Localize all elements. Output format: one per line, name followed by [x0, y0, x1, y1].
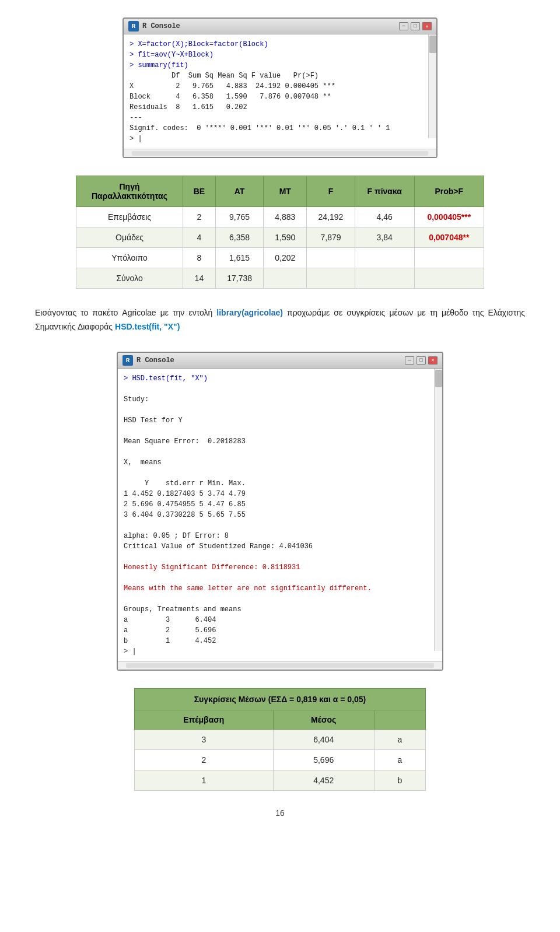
- paragraph-highlight2: HSD.test(fit, "X"): [115, 322, 180, 331]
- anova-row-3: Σύνολο1417,738: [76, 268, 484, 289]
- c2-l1: > HSD.test(fit, "X"): [124, 373, 427, 384]
- console2-content: > HSD.test(fit, "X") Study: HSD Test for…: [124, 373, 436, 657]
- comp-row-2: 14,452b: [135, 770, 426, 790]
- c2-l23: Groups, Treatments and means: [124, 604, 427, 615]
- close-btn-2[interactable]: ✕: [428, 356, 438, 365]
- anova-cell-mt-3: [264, 268, 307, 289]
- anova-cell-be-2: 8: [183, 248, 216, 268]
- console1-line-3: > summary(fit): [130, 60, 421, 71]
- anova-cell-at-1: 6,358: [215, 227, 264, 248]
- console1-body: > X=factor(X);Block=factor(Block) > fit=…: [124, 34, 436, 149]
- paragraph-text-before: Εισάγοντας το πακέτο Agricolae με την εν…: [35, 308, 216, 317]
- console1-scrollbar-thumb: [429, 36, 436, 53]
- c2-l24: a 3 6.404: [124, 615, 427, 625]
- c2-l15: [124, 520, 427, 531]
- c2-l5: HSD Test for Y: [124, 415, 427, 426]
- console1-content: > X=factor(X);Block=factor(Block) > fit=…: [130, 39, 430, 144]
- minimize-btn-1[interactable]: ─: [399, 22, 408, 30]
- console1-line-10: > |: [130, 134, 421, 144]
- c2-l22: [124, 594, 427, 604]
- anova-header-be: ΒΕ: [183, 176, 216, 207]
- c2-l26: b 1 4.452: [124, 636, 427, 646]
- console2-htrack: [126, 663, 434, 668]
- c2-l6: [124, 426, 427, 436]
- c2-l17: Critical Value of Studentized Range: 4.0…: [124, 541, 427, 552]
- anova-cell-prob-3: [414, 268, 484, 289]
- anova-cell-f-3: [307, 268, 355, 289]
- comp-table-container: Συγκρίσεις Μέσων (ΕΣΔ = 0,819 και α = 0,…: [134, 688, 426, 791]
- console1-line-7: Residuals 8 1.615 0.202: [130, 102, 421, 113]
- c2-l25: a 2 5.696: [124, 625, 427, 636]
- console1-line-1: > X=factor(X);Block=factor(Block): [130, 39, 421, 50]
- console1-line-5: X 2 9.765 4.883 24.192 0.000405 ***: [130, 81, 421, 92]
- comp-cell-0-0: 3: [135, 729, 274, 749]
- paragraph-highlight1: library(agricolae): [216, 308, 283, 317]
- anova-cell-f_table-1: 3,84: [355, 227, 414, 248]
- anova-cell-be-1: 4: [183, 227, 216, 248]
- c2-l13: 2 5.696 0.4754955 5 4.47 6.85: [124, 499, 427, 510]
- console2-titlebar: R R Console ─ □ ✕: [118, 353, 442, 369]
- console1-line-6: Block 4 6.358 1.590 7.876 0.007048 **: [130, 92, 421, 102]
- anova-row-1: Ομάδες46,3581,5907,8793,840,007048**: [76, 227, 484, 248]
- anova-cell-f-1: 7,879: [307, 227, 355, 248]
- anova-cell-at-3: 17,738: [215, 268, 264, 289]
- maximize-btn-2[interactable]: □: [416, 356, 426, 365]
- c2-l7: Mean Square Error: 0.2018283: [124, 436, 427, 447]
- page-number: 16: [35, 808, 525, 818]
- console1-line-2: > fit=aov(Y~X+Block): [130, 50, 421, 60]
- comp-cell-1-0: 6,404: [273, 729, 374, 749]
- anova-cell-f_table-0: 4,46: [355, 207, 414, 227]
- anova-cell-f_table-3: [355, 268, 414, 289]
- anova-header-at: ΑΤ: [215, 176, 264, 207]
- anova-cell-at-0: 9,765: [215, 207, 264, 227]
- console2-title: R Console: [136, 356, 174, 365]
- console1-title: R Console: [142, 22, 180, 30]
- window-controls-2: ─ □ ✕: [405, 356, 438, 365]
- paragraph: Εισάγοντας το πακέτο Agricolae με την εν…: [35, 306, 525, 334]
- anova-cell-prob-2: [414, 248, 484, 268]
- window-controls-1: ─ □ ✕: [399, 22, 432, 30]
- comp-cell-2-0: a: [374, 729, 425, 749]
- c2-l21: Means with the same letter are not signi…: [124, 583, 427, 594]
- anova-cell-be-0: 2: [183, 207, 216, 227]
- anova-header-prob: Prob>F: [414, 176, 484, 207]
- anova-cell-source-3: Σύνολο: [76, 268, 183, 289]
- console1-titlebar: R R Console ─ □ ✕: [124, 19, 436, 34]
- r-console-2: R R Console ─ □ ✕ > HSD.test(fit, "X") S…: [117, 352, 443, 671]
- console1-hscrollbar[interactable]: [124, 149, 436, 157]
- console1-line-4: Df Sum Sq Mean Sq F value Pr(>F): [130, 71, 421, 81]
- anova-table: Πηγή Παραλλακτικότητας ΒΕ ΑΤ ΜΤ F F πίνα…: [76, 176, 484, 289]
- r-logo-2: R: [123, 355, 133, 366]
- console2-scrollbar[interactable]: [434, 369, 442, 651]
- comp-table: Συγκρίσεις Μέσων (ΕΣΔ = 0,819 και α = 0,…: [134, 688, 426, 791]
- anova-header-f: F: [307, 176, 355, 207]
- c2-l10: [124, 468, 427, 478]
- comp-table-title: Συγκρίσεις Μέσων (ΕΣΔ = 0,819 και α = 0,…: [135, 688, 426, 710]
- c2-l19: Honestly Significant Difference: 0.81189…: [124, 562, 427, 573]
- console2-hscrollbar[interactable]: [118, 661, 442, 670]
- c2-l27: > |: [124, 646, 427, 657]
- anova-cell-source-1: Ομάδες: [76, 227, 183, 248]
- console1-htrack: [132, 151, 428, 156]
- console1-scrollbar[interactable]: [428, 34, 436, 138]
- anova-table-container: Πηγή Παραλλακτικότητας ΒΕ ΑΤ ΜΤ F F πίνα…: [76, 176, 484, 289]
- console2-body: > HSD.test(fit, "X") Study: HSD Test for…: [118, 369, 442, 661]
- comp-cell-2-2: b: [374, 770, 425, 790]
- close-btn-1[interactable]: ✕: [422, 22, 432, 30]
- comp-col3-header: [374, 710, 425, 729]
- maximize-btn-1[interactable]: □: [411, 22, 420, 30]
- comp-col2-header: Μέσος: [273, 710, 374, 729]
- c2-l2: [124, 384, 427, 394]
- anova-cell-f-2: [307, 248, 355, 268]
- c2-l20: [124, 573, 427, 583]
- console1-line-8: ---: [130, 113, 421, 123]
- c2-l11: Y std.err r Min. Max.: [124, 478, 427, 489]
- anova-header-mt: ΜΤ: [264, 176, 307, 207]
- minimize-btn-2[interactable]: ─: [405, 356, 414, 365]
- anova-row-2: Υπόλοιπο81,6150,202: [76, 248, 484, 268]
- anova-header-ftable: F πίνακα: [355, 176, 414, 207]
- anova-cell-be-3: 14: [183, 268, 216, 289]
- c2-l18: [124, 552, 427, 562]
- anova-cell-mt-2: 0,202: [264, 248, 307, 268]
- anova-cell-source-0: Επεμβάσεις: [76, 207, 183, 227]
